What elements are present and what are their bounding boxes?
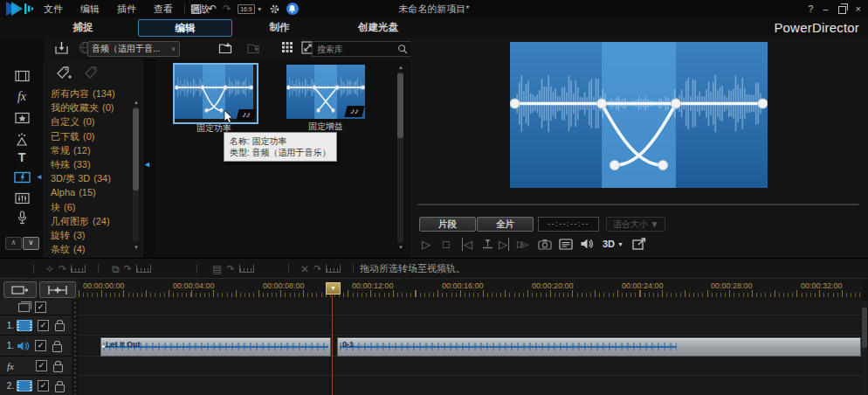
particle-room-icon[interactable] bbox=[6, 129, 38, 149]
apply-transition-all-button[interactable]: ⧉↷ bbox=[112, 259, 151, 279]
export-library-icon[interactable] bbox=[246, 41, 260, 55]
save-icon[interactable] bbox=[190, 3, 202, 15]
playhead-line[interactable] bbox=[332, 292, 333, 395]
settings-gear-icon[interactable] bbox=[269, 3, 280, 15]
stop-button[interactable]: □ bbox=[443, 234, 450, 253]
clip-mode-button[interactable]: 片段 bbox=[419, 217, 476, 232]
scroll-down-icon[interactable]: ▼ bbox=[134, 245, 139, 250]
collapse-panel-icon[interactable]: ◄ bbox=[143, 160, 151, 169]
category-stripes[interactable]: 条纹(4) bbox=[51, 242, 115, 256]
category-alpha[interactable]: Alpha(15) bbox=[51, 185, 115, 199]
undo-icon[interactable]: ↶ bbox=[208, 0, 217, 17]
transition-item-constant-power[interactable]: ♪♪ bbox=[173, 63, 258, 124]
minimize-button[interactable]: – bbox=[823, 0, 828, 17]
next-frame-button[interactable]: ▷ bbox=[499, 234, 509, 253]
transition-item-constant-gain[interactable]: ♪♪ bbox=[286, 65, 365, 119]
3d-mode-button[interactable]: 3D▼ bbox=[603, 234, 623, 253]
title-room-icon[interactable]: T bbox=[6, 148, 38, 167]
track-enable-checkbox[interactable] bbox=[35, 340, 46, 351]
track-enable-checkbox[interactable] bbox=[36, 360, 47, 371]
category-block[interactable]: 块(6) bbox=[51, 200, 115, 214]
scroll-up-icon[interactable]: ▲ bbox=[398, 65, 403, 70]
redo-icon[interactable]: ↷ bbox=[223, 0, 231, 17]
menu-plugins[interactable]: 插件 bbox=[108, 3, 145, 16]
scrollbar-thumb[interactable] bbox=[862, 308, 867, 348]
audio-clip-let-it-out[interactable]: Let It Out bbox=[100, 337, 331, 357]
category-geometric[interactable]: 几何图形(24) bbox=[51, 214, 115, 228]
preview-seekbar[interactable] bbox=[417, 204, 859, 205]
apply-crossfade-button[interactable]: ✕↷ bbox=[300, 259, 341, 279]
category-special[interactable]: 特殊(33) bbox=[51, 157, 115, 171]
track-manager-button[interactable] bbox=[3, 281, 37, 298]
voice-over-room-icon[interactable] bbox=[6, 208, 38, 227]
help-button[interactable]: ? bbox=[808, 0, 813, 17]
search-icon[interactable] bbox=[397, 44, 408, 54]
track-lock-icon[interactable] bbox=[52, 344, 62, 352]
new-folder-icon[interactable] bbox=[218, 41, 232, 55]
close-button[interactable]: × bbox=[856, 0, 861, 17]
notification-bell-icon[interactable] bbox=[286, 3, 299, 15]
scroll-down-icon[interactable]: ▼ bbox=[398, 245, 403, 250]
fit-timeline-button[interactable] bbox=[39, 281, 76, 298]
grid-view-icon[interactable] bbox=[281, 41, 293, 53]
fit-size-dropdown[interactable]: 适合大小 ▼ bbox=[606, 217, 665, 232]
timeline-scrollbar[interactable] bbox=[862, 301, 867, 395]
tab-produce[interactable]: 制作 bbox=[247, 17, 312, 38]
track-lock-icon[interactable] bbox=[55, 323, 65, 331]
movie-mode-button[interactable]: 全片 bbox=[477, 217, 534, 232]
apply-random-transition-button[interactable]: ✧↷ bbox=[45, 259, 86, 279]
tab-capture[interactable]: 捕捉 bbox=[51, 17, 115, 38]
scrollbar-thumb[interactable] bbox=[397, 73, 403, 138]
apply-image-transition-button[interactable]: ▤↷ bbox=[212, 259, 254, 279]
aspect-ratio-dropdown[interactable]: 16:9 ▼ bbox=[238, 4, 263, 14]
remove-tag-icon[interactable] bbox=[84, 66, 99, 80]
step-button[interactable] bbox=[482, 234, 493, 253]
preview-timecode[interactable]: --:--:--:-- bbox=[538, 217, 599, 232]
scroll-up-icon[interactable]: ▲ bbox=[134, 100, 139, 105]
previous-frame-button[interactable]: ◁ bbox=[462, 234, 472, 253]
category-scrollbar[interactable] bbox=[133, 107, 139, 241]
scroll-rooms-down-button[interactable]: ∨ bbox=[23, 237, 39, 250]
audio-clip-0-1[interactable]: 0-1 bbox=[337, 337, 861, 357]
volume-speaker-icon[interactable] bbox=[580, 234, 594, 253]
menu-edit[interactable]: 编辑 bbox=[72, 3, 108, 16]
timeline-ruler[interactable]: 00:00:00:00 00:00:04:00 00:00:08:00 00:0… bbox=[79, 279, 863, 300]
track-enable-checkbox[interactable] bbox=[38, 320, 49, 331]
category-rotate[interactable]: 旋转(3) bbox=[51, 228, 115, 242]
category-favorites[interactable]: 我的收藏夹(0) bbox=[51, 100, 115, 114]
playhead-marker[interactable]: ▼ bbox=[326, 282, 341, 295]
scroll-rooms-up-button[interactable]: ∧ bbox=[5, 237, 22, 250]
scrollbar-thumb[interactable] bbox=[133, 108, 139, 191]
category-all-content[interactable]: 所有内容(134) bbox=[51, 87, 115, 100]
preview-video-frame[interactable] bbox=[510, 42, 768, 188]
effect-room-icon[interactable]: fx bbox=[6, 87, 38, 107]
menu-file[interactable]: 文件 bbox=[35, 3, 72, 16]
media-room-icon[interactable] bbox=[6, 66, 38, 86]
play-button[interactable]: ▷ bbox=[422, 234, 431, 253]
pip-room-icon[interactable] bbox=[6, 108, 38, 128]
search-input[interactable] bbox=[315, 44, 397, 55]
menu-view[interactable]: 查看 bbox=[145, 3, 182, 16]
category-general[interactable]: 常规(12) bbox=[51, 143, 115, 157]
undock-preview-icon[interactable] bbox=[632, 234, 646, 253]
import-media-icon[interactable] bbox=[54, 41, 69, 55]
library-scrollbar[interactable] bbox=[397, 72, 403, 243]
tab-edit[interactable]: 编辑 bbox=[138, 19, 232, 37]
library-filter-dropdown[interactable]: 音频（适用于音... ∨ bbox=[87, 41, 180, 57]
track-enable-checkbox[interactable] bbox=[38, 380, 49, 392]
track-content-area[interactable]: Let It Out 0-1 bbox=[79, 300, 862, 395]
preview-quality-icon[interactable] bbox=[559, 234, 573, 253]
transition-room-icon[interactable] bbox=[6, 168, 38, 187]
add-tag-icon[interactable] bbox=[56, 66, 72, 80]
fast-forward-button[interactable]: ▷▷ bbox=[517, 234, 525, 253]
category-downloaded[interactable]: 已下载(0) bbox=[51, 129, 115, 143]
track-lock-icon[interactable] bbox=[55, 385, 65, 392]
track-enable-checkbox[interactable] bbox=[35, 301, 46, 313]
audio-mixing-room-icon[interactable] bbox=[6, 189, 38, 208]
category-custom[interactable]: 自定义(0) bbox=[51, 114, 115, 128]
tab-create-disc[interactable]: 创建光盘 bbox=[339, 17, 417, 38]
category-3d[interactable]: 3D/类 3D(34) bbox=[51, 171, 115, 185]
snapshot-camera-icon[interactable] bbox=[538, 234, 552, 253]
track-lock-icon[interactable] bbox=[53, 364, 63, 372]
restore-button[interactable] bbox=[838, 6, 846, 14]
